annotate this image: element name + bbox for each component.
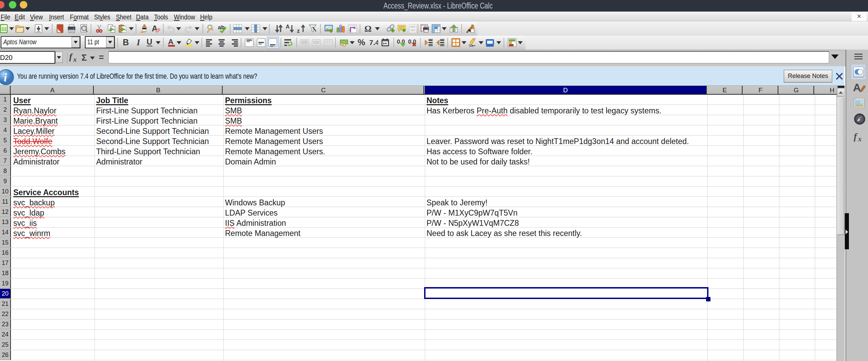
svg-text:x: x [73,56,77,63]
svg-text:Σ: Σ [81,53,87,62]
svg-text:A: A [286,24,290,30]
svg-text:A: A [168,38,174,46]
svg-text:U: U [147,38,152,46]
svg-text:z: z [297,28,300,33]
svg-text:A: A [853,81,861,94]
svg-text:B: B [123,38,129,47]
svg-text:x: x [858,135,862,142]
svg-text:I: I [136,38,140,47]
svg-text:=: = [99,53,104,62]
svg-text:i: i [4,71,7,84]
svg-text:Ω: Ω [364,24,372,33]
svg-text:7.4: 7.4 [369,38,378,46]
svg-text:f: f [854,131,858,142]
svg-text:%: % [358,38,365,47]
svg-text:f: f [69,52,73,62]
